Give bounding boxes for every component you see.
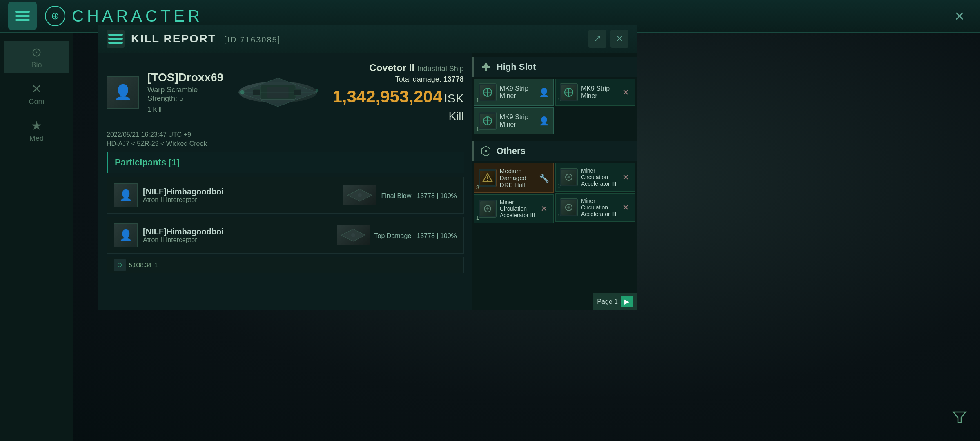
external-link-button[interactable]: ⤢ [588, 30, 606, 48]
participant-avatar-1: 👤 [114, 183, 138, 207]
pilot-warp: Warp Scramble Strength: 5 [147, 86, 223, 103]
isk-row: 1,342,953,204 ISK [332, 87, 463, 107]
mk9-name-r: MK9 Strip Miner [581, 85, 617, 100]
equip-count-mca-r2: 1 [557, 213, 561, 220]
isk-unit: ISK [444, 91, 463, 105]
dre-wrench-icon: 🔧 [539, 173, 549, 183]
svg-marker-33 [953, 412, 966, 423]
svg-point-10 [358, 193, 362, 197]
participant-avatar-2: 👤 [114, 223, 138, 247]
participants-title: Participants [1] [115, 157, 180, 168]
bio-icon: ⊙ [31, 45, 42, 59]
kill-info-row: 👤 [TOS]Droxx69 Warp Scramble Strength: 5… [107, 62, 464, 123]
kill-stats: Covetor II Industrial Ship Total damage:… [332, 62, 463, 123]
page-next-button[interactable]: ▶ [621, 296, 633, 307]
svg-rect-13 [482, 66, 490, 68]
mk9-close-r: ✕ [621, 87, 630, 97]
others-title: Others [497, 146, 526, 156]
equip-count-mca-l: 1 [476, 214, 479, 221]
mca-close-l: ✕ [539, 204, 549, 214]
extra-item-value: 5,038.34 [129, 262, 151, 268]
sidebar-item-combat[interactable]: ✕ Com [4, 78, 69, 110]
mca-name-r1: Miner Circulation Accelerator III [581, 167, 617, 187]
mk9-name-2: MK9 Strip Miner [500, 114, 536, 128]
others-left-col: 3 Medium Damaged DRE Hull 🔧 1 [474, 163, 554, 225]
equipment-panel: High Slot 1 MK9 Strip Miner 👤 [472, 53, 637, 310]
participant-1-name: [NILF]Himbagoodboi [143, 187, 224, 196]
modal-actions: ⤢ ✕ [588, 30, 628, 48]
sidebar-item-medals[interactable]: ★ Med [4, 114, 69, 147]
equip-item-mk9-1[interactable]: 1 MK9 Strip Miner 👤 [474, 79, 554, 106]
kill-report-modal: KILL REPORT [ID:7163085] ⤢ ✕ 👤 [TOS]Drox… [98, 24, 637, 310]
participant-row: 👤 [NILF]Himbagoodboi Atron II Intercepto… [107, 177, 464, 214]
modal-menu-button[interactable] [107, 30, 125, 48]
mca-icon-r1 [560, 168, 578, 186]
high-slot-icon [480, 61, 492, 73]
kill-location: HD-AJ7 < 5ZR-29 < Wicked Creek [107, 140, 464, 147]
svg-rect-7 [253, 89, 260, 95]
equip-count-2: 1 [476, 126, 479, 132]
participant-2-info: [NILF]Himbagoodboi Atron II Interceptor [143, 227, 224, 244]
medals-icon: ★ [31, 118, 42, 133]
equip-count-dre: 3 [476, 184, 479, 191]
svg-point-5 [240, 90, 244, 94]
modal-title-text: KILL REPORT [131, 32, 216, 45]
svg-rect-8 [294, 89, 301, 95]
high-slot-header: High Slot [472, 57, 637, 77]
mk9-name-1: MK9 Strip Miner [500, 85, 536, 100]
mca-close-r1: ✕ [621, 172, 630, 182]
sidebar-item-bio[interactable]: ⊙ Bio [4, 41, 69, 74]
combat-icon: ✕ [31, 82, 42, 96]
kill-left-panel: 👤 [TOS]Droxx69 Warp Scramble Strength: 5… [98, 53, 472, 310]
pilot-name: [TOS]Droxx69 [147, 71, 223, 84]
pilot-avatar-inner: 👤 [107, 77, 138, 108]
page-footer: Page 1 ▶ [593, 293, 637, 310]
menu-icon [15, 11, 30, 21]
equip-item-mca-r2[interactable]: 1 Miner Circulation Accelerator III ✕ [555, 193, 635, 222]
others-header: Others [472, 141, 637, 161]
participants-header: Participants [1] [107, 152, 464, 173]
mca-name-l: Miner Circulation Accelerator III [500, 199, 536, 218]
dre-name: Medium Damaged DRE Hull [500, 167, 536, 188]
equip-item-mca-r1[interactable]: 1 Miner Circulation Accelerator III ✕ [555, 163, 635, 192]
modal-menu-icon [108, 34, 123, 44]
extra-item-icon: ⬡ [114, 259, 126, 271]
close-app-button[interactable]: × [947, 4, 972, 28]
mk9-icon-1 [479, 83, 497, 101]
others-right-col: 1 Miner Circulation Accelerator III ✕ 1 [555, 163, 635, 225]
sidebar-item-label: Med [29, 134, 44, 143]
close-modal-button[interactable]: ✕ [610, 30, 628, 48]
svg-rect-15 [485, 68, 487, 71]
others-icon [480, 145, 492, 157]
mk9-person-icon-1: 👤 [539, 87, 549, 97]
mca-icon-r2 [560, 198, 578, 216]
high-slot-left-col: 1 MK9 Strip Miner 👤 1 [474, 79, 554, 136]
extra-item-row: ⬡ 5,038.34 1 [107, 257, 464, 273]
participant-2-ship-img [337, 225, 370, 245]
mk9-icon-r [560, 83, 578, 101]
equip-item-mk9-2[interactable]: 1 MK9 Strip Miner 👤 [474, 107, 554, 134]
modal-title: KILL REPORT [ID:7163085] [131, 32, 281, 45]
ship-visual [232, 62, 324, 123]
kill-date: 2022/05/21 16:23:47 UTC +9 [107, 131, 464, 138]
dre-icon [479, 169, 497, 187]
mca-icon-l [479, 200, 497, 218]
extra-item-count: 1 [155, 262, 158, 268]
high-slot-title: High Slot [497, 62, 536, 72]
ship-name: Covetor II Industrial Ship [332, 62, 463, 74]
equip-item-mk9-r[interactable]: 1 MK9 Strip Miner ✕ [555, 79, 635, 106]
total-damage-row: Total damage: 13778 [332, 75, 463, 84]
mk9-icon-2 [479, 112, 497, 130]
modal-id: [ID:7163085] [224, 35, 281, 44]
svg-point-29 [487, 180, 488, 181]
menu-button[interactable] [8, 2, 37, 30]
equip-item-dre[interactable]: 3 Medium Damaged DRE Hull 🔧 [474, 163, 554, 193]
equip-item-mca-l[interactable]: 1 Miner Circulation Accelerator III ✕ [474, 194, 554, 223]
kill-count: 1 Kill [147, 106, 223, 114]
filter-button[interactable] [951, 409, 968, 429]
participant-1-info: [NILF]Himbagoodboi Atron II Interceptor [143, 187, 224, 204]
sidebar: ⊙ Bio ✕ Com ★ Med [0, 33, 74, 441]
pilot-avatar: 👤 [107, 76, 139, 109]
isk-value: 1,342,953,204 [332, 87, 442, 106]
equip-count-mca-r1: 1 [557, 183, 561, 189]
